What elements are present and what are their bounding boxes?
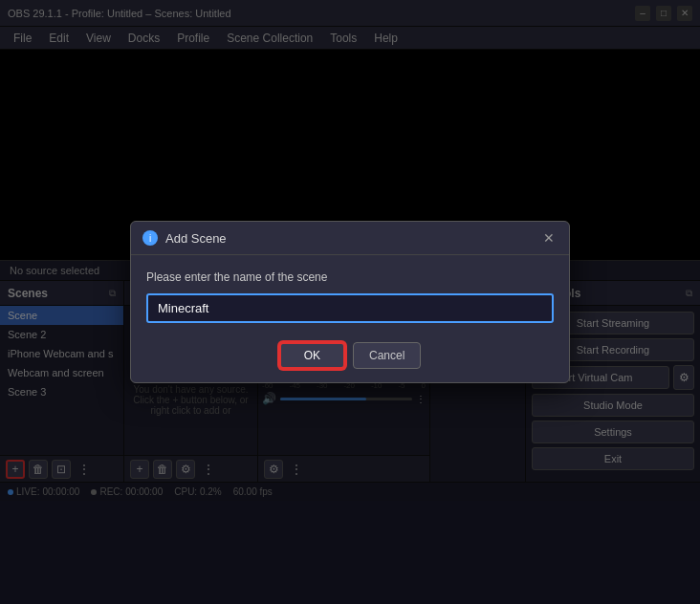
dialog-close-button[interactable]: ✕ <box>540 229 558 247</box>
dialog-footer: OK Cancel <box>131 334 569 382</box>
add-scene-dialog: i Add Scene ✕ Please enter the name of t… <box>130 221 570 383</box>
dialog-title-row: i Add Scene <box>142 230 227 246</box>
scene-name-input[interactable] <box>146 293 554 323</box>
dialog-icon: i <box>142 230 158 246</box>
dialog-title: Add Scene <box>165 231 227 246</box>
dialog-overlay: i Add Scene ✕ Please enter the name of t… <box>0 0 700 604</box>
dialog-body: Please enter the name of the scene <box>131 255 569 334</box>
dialog-cancel-button[interactable]: Cancel <box>353 342 421 369</box>
dialog-header: i Add Scene ✕ <box>131 222 569 255</box>
dialog-ok-button[interactable]: OK <box>279 342 345 369</box>
dialog-prompt: Please enter the name of the scene <box>146 270 554 284</box>
